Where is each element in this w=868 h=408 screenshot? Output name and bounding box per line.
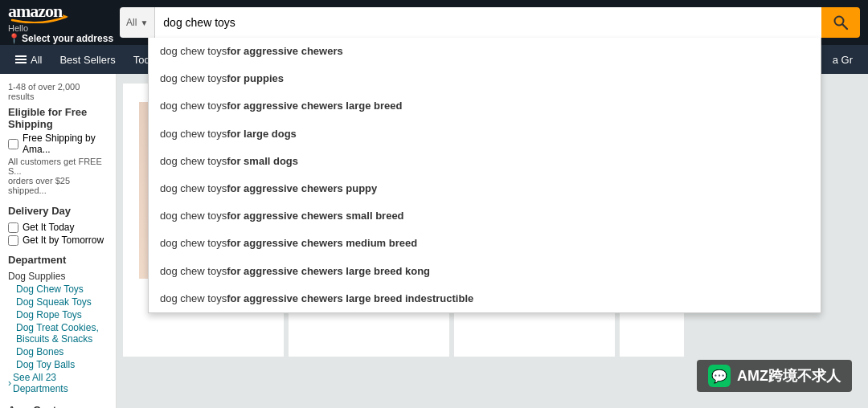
- dept-chew-toys[interactable]: Dog Chew Toys: [8, 284, 108, 295]
- hamburger-icon: [15, 55, 27, 63]
- dept-rope-toys[interactable]: Dog Rope Toys: [8, 309, 108, 320]
- search-button[interactable]: [821, 7, 860, 38]
- svg-line-3: [843, 25, 848, 30]
- dropdown-arrow-icon: ▼: [140, 18, 148, 27]
- header: amazon Hello 📍 Select your address All ▼: [0, 0, 868, 45]
- logo-area[interactable]: amazon Hello 📍 Select your address: [8, 1, 113, 44]
- get-tomorrow-checkbox[interactable]: [8, 235, 18, 246]
- autocomplete-item[interactable]: dog chew toys for large dogs: [149, 120, 821, 148]
- autocomplete-item[interactable]: dog chew toys for aggressive chewers lar…: [149, 92, 821, 120]
- delivery-day-title: Delivery Day: [8, 205, 108, 217]
- free-shipping-checkbox[interactable]: Free Shipping by Ama...: [8, 133, 108, 155]
- dept-bones[interactable]: Dog Bones: [8, 346, 108, 357]
- autocomplete-item[interactable]: dog chew toys for puppies: [149, 65, 821, 92]
- get-it-tomorrow[interactable]: Get It by Tomorrow: [8, 235, 108, 246]
- get-today-checkbox[interactable]: [8, 222, 18, 233]
- autocomplete-item[interactable]: dog chew toys for small dogs: [149, 148, 821, 175]
- location-icon: 📍: [8, 33, 20, 44]
- dept-treat-cookies[interactable]: Dog Treat Cookies, Biscuits & Snacks: [8, 322, 108, 345]
- nav-right[interactable]: a Gr: [825, 50, 860, 70]
- department-section: Department Dog Supplies Dog Chew Toys Do…: [8, 254, 108, 394]
- avg-review-section: Avg. Customer Review ★★★★★ & Up ★★★★★ & …: [8, 404, 108, 408]
- shipping-notice-2: orders over $25 shipped...: [8, 176, 108, 195]
- autocomplete-item[interactable]: dog chew toys for aggressive chewers sma…: [149, 202, 821, 230]
- results-count: 1-48 of over 2,000 results: [8, 82, 108, 101]
- free-shipping-label: Free Shipping by Ama...: [23, 133, 108, 155]
- autocomplete-item[interactable]: dog chew toys for aggressive chewers: [149, 38, 821, 65]
- autocomplete-item[interactable]: dog chew toys for aggressive chewers pup…: [149, 175, 821, 202]
- search-bar: All ▼ dog chew toys for aggressive chewe…: [120, 7, 860, 38]
- free-shipping-section: Eligible for Free Shipping Free Shipping…: [8, 106, 108, 195]
- search-icon: [833, 14, 849, 31]
- wechat-icon: 💬: [708, 365, 731, 387]
- chevron-right-icon: ›: [8, 377, 11, 389]
- department-title: Department: [8, 254, 108, 266]
- all-menu-label: All: [31, 54, 42, 66]
- watermark-overlay: 💬 AMZ跨境不求人: [697, 360, 852, 392]
- svg-text:amazon: amazon: [8, 1, 63, 21]
- nav-all-menu[interactable]: All: [8, 50, 49, 70]
- free-shipping-checkbox-input[interactable]: [8, 139, 18, 149]
- dept-squeak-toys[interactable]: Dog Squeak Toys: [8, 296, 108, 308]
- autocomplete-dropdown: dog chew toys for aggressive chewersdog …: [148, 38, 821, 313]
- see-all-departments[interactable]: › See All 23 Departments: [8, 372, 108, 394]
- category-label: All: [126, 17, 137, 28]
- nav-best-sellers[interactable]: Best Sellers: [52, 50, 122, 70]
- address-label[interactable]: Select your address: [22, 33, 113, 44]
- see-all-label: See All 23 Departments: [13, 372, 108, 394]
- get-tomorrow-label: Get It by Tomorrow: [23, 235, 104, 246]
- search-category-dropdown[interactable]: All ▼: [120, 7, 155, 38]
- free-shipping-title: Eligible for Free Shipping: [8, 106, 108, 130]
- watermark-text: AMZ跨境不求人: [737, 366, 841, 386]
- autocomplete-item[interactable]: dog chew toys for aggressive chewers lar…: [149, 285, 821, 312]
- get-today-label: Get It Today: [23, 222, 74, 233]
- hello-text: Hello: [8, 23, 113, 33]
- shipping-notice-1: All customers get FREE S...: [8, 157, 108, 176]
- search-input[interactable]: [155, 7, 821, 38]
- get-it-today[interactable]: Get It Today: [8, 222, 108, 233]
- autocomplete-item[interactable]: dog chew toys for aggressive chewers lar…: [149, 258, 821, 285]
- sidebar: 1-48 of over 2,000 results Eligible for …: [0, 74, 117, 408]
- autocomplete-item[interactable]: dog chew toys for aggressive chewers med…: [149, 230, 821, 257]
- dept-toy-balls[interactable]: Dog Toy Balls: [8, 359, 108, 370]
- delivery-day-section: Delivery Day Get It Today Get It by Tomo…: [8, 205, 108, 246]
- address-selector[interactable]: 📍 Select your address: [8, 33, 113, 44]
- dept-main[interactable]: Dog Supplies: [8, 271, 108, 282]
- avg-review-title: Avg. Customer Review: [8, 404, 108, 408]
